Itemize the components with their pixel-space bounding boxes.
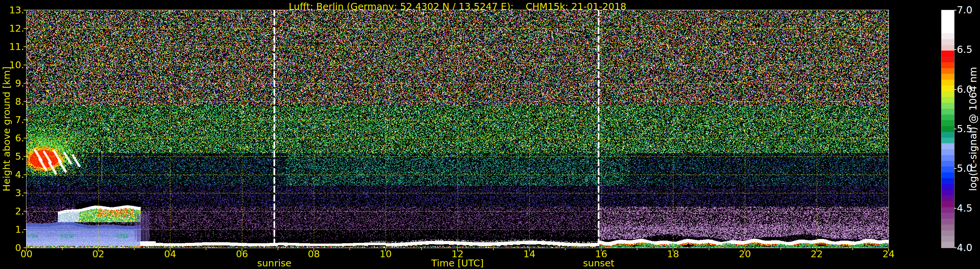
- x-tick-mark: [170, 248, 170, 251]
- y-tick-label: 1.: [0, 224, 24, 234]
- colorbar-tick-mark: [954, 10, 956, 10]
- colorbar-block: [942, 103, 954, 109]
- colorbar-block: [942, 138, 954, 144]
- y-tick-mark: [24, 247, 26, 248]
- x-tick-mark: [816, 248, 817, 251]
- colorbar-block: [942, 91, 954, 97]
- y-tick-label: 6.: [0, 133, 24, 143]
- x-tick-mark: [62, 248, 63, 250]
- colorbar-block: [942, 126, 954, 132]
- x-tick-mark: [313, 248, 314, 251]
- colorbar-block: [942, 231, 954, 236]
- y-tick-label: 7.: [0, 115, 24, 125]
- ceilometer-quicklook-figure: Lufft: Berlin (Germany; 52.4302 N / 13.5…: [0, 0, 980, 269]
- x-tick-mark: [349, 248, 350, 250]
- colorbar-block: [942, 201, 954, 207]
- y-tick-mark: [24, 119, 26, 120]
- x-tick-mark: [134, 248, 135, 250]
- colorbar-block: [942, 97, 954, 103]
- colorbar-block: [942, 80, 954, 86]
- y-tick-label: 12.: [0, 24, 24, 33]
- colorbar-tick-mark: [954, 247, 956, 248]
- x-tick-mark: [673, 248, 673, 251]
- sunrise-label: sunrise: [257, 258, 292, 268]
- colorbar-block: [942, 27, 954, 33]
- x-axis-label: Time [UTC]: [27, 258, 889, 268]
- plot-area: [26, 10, 889, 248]
- colorbar-block: [942, 224, 954, 231]
- colorbar-block: [942, 56, 954, 62]
- colorbar-block: [942, 190, 954, 196]
- y-tick-mark: [24, 174, 26, 175]
- colorbar-block: [942, 109, 954, 115]
- colorbar-block: [942, 16, 954, 22]
- colorbar-tick-mark: [954, 129, 956, 129]
- x-tick-mark: [601, 248, 601, 251]
- x-tick-mark: [637, 248, 638, 250]
- colorbar-tick-mark: [954, 208, 956, 209]
- x-tick-mark: [421, 248, 422, 250]
- colorbar-block: [942, 213, 954, 219]
- sunset-label: sunset: [583, 258, 614, 268]
- colorbar: [942, 10, 954, 248]
- x-tick-mark: [242, 248, 242, 251]
- x-tick-mark: [26, 248, 27, 251]
- colorbar-block: [942, 149, 954, 155]
- x-tick-mark: [888, 248, 889, 251]
- y-tick-label: 8.: [0, 97, 24, 107]
- y-tick-label: 11.: [0, 42, 24, 52]
- y-tick-mark: [24, 10, 26, 10]
- x-tick-mark: [529, 248, 530, 251]
- colorbar-block: [942, 236, 954, 242]
- colorbar-block: [942, 10, 954, 16]
- colorbar-block: [942, 184, 954, 190]
- y-tick-mark: [24, 229, 26, 230]
- y-tick-label: 3.: [0, 188, 24, 198]
- colorbar-tick-label: 4.5: [957, 204, 972, 213]
- colorbar-tick-mark: [954, 168, 956, 169]
- colorbar-block: [942, 155, 954, 161]
- colorbar-label: log(rc-signal) @ 1064 nm: [967, 67, 979, 191]
- colorbar-block: [942, 62, 954, 68]
- colorbar-tick-label: 7.0: [957, 5, 972, 15]
- colorbar-block: [942, 22, 954, 28]
- y-tick-label: 4.: [0, 170, 24, 180]
- y-tick-mark: [24, 193, 26, 193]
- colorbar-block: [942, 132, 954, 138]
- y-tick-mark: [24, 101, 26, 102]
- y-tick-label: 13.: [0, 5, 24, 15]
- x-tick-mark: [457, 248, 458, 251]
- colorbar-block: [942, 178, 954, 184]
- x-tick-mark: [709, 248, 709, 250]
- colorbar-block: [942, 115, 954, 121]
- colorbar-block: [942, 167, 954, 172]
- colorbar-block: [942, 45, 954, 51]
- y-tick-label: 9.: [0, 78, 24, 88]
- x-tick-mark: [206, 248, 206, 250]
- colorbar-block: [942, 68, 954, 74]
- y-tick-mark: [24, 211, 26, 212]
- y-tick-mark: [24, 28, 26, 29]
- colorbar-tick-mark: [954, 89, 956, 90]
- y-tick-mark: [24, 138, 26, 138]
- colorbar-block: [942, 39, 954, 45]
- y-tick-mark: [24, 65, 26, 65]
- y-tick-mark: [24, 83, 26, 84]
- colorbar-block: [942, 86, 954, 91]
- colorbar-block: [942, 143, 954, 149]
- x-tick-mark: [493, 248, 494, 250]
- colorbar-tick-label: 4.0: [957, 243, 972, 253]
- x-tick-mark: [852, 248, 853, 250]
- heatmap-canvas: [27, 10, 889, 248]
- colorbar-block: [942, 120, 954, 126]
- colorbar-block: [942, 219, 954, 224]
- y-tick-mark: [24, 156, 26, 157]
- y-tick-label: 2.: [0, 206, 24, 216]
- colorbar-block: [942, 33, 954, 39]
- colorbar-block: [942, 172, 954, 178]
- x-tick-mark: [565, 248, 566, 250]
- x-tick-mark: [98, 248, 99, 251]
- colorbar-block: [942, 242, 954, 248]
- y-tick-label: 5.: [0, 151, 24, 161]
- y-tick-mark: [24, 46, 26, 47]
